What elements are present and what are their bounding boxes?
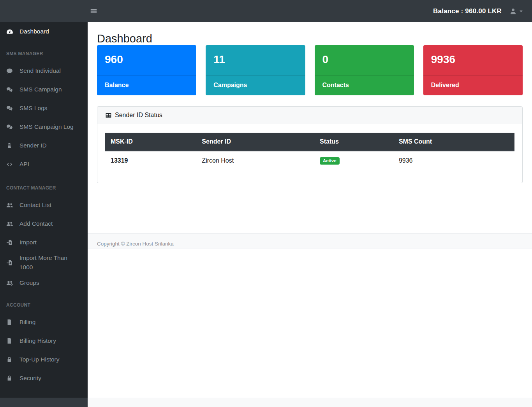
- sidebar-item-label: SMS Campaign: [19, 85, 81, 94]
- sidebar-item-label: Add Contact: [19, 219, 81, 228]
- comments-icon: [6, 124, 16, 130]
- sidebar-item-label: API: [19, 160, 81, 169]
- table-header-row: MSK-ID Sender ID Status SMS Count: [105, 133, 514, 151]
- stat-card-balance: 960 Balance: [97, 45, 196, 95]
- stat-card-contacts: 0 Contacts: [315, 45, 414, 95]
- users-icon: [6, 220, 16, 227]
- footer: Copyright © Zircon Host Srilanka: [88, 233, 532, 249]
- sidebar-item-label: Contact List: [19, 200, 81, 210]
- users-gear-icon: [6, 279, 16, 286]
- sidebar-item-label: SMS Campaign Log: [19, 122, 81, 132]
- panel-header: Sender ID Status: [97, 107, 522, 124]
- page-title: Dashboard: [97, 32, 523, 45]
- stat-value: 11: [206, 45, 305, 75]
- panel-title: Sender ID Status: [115, 112, 162, 119]
- status-badge: Active: [320, 157, 340, 165]
- sidebar-item-sms-logs[interactable]: SMS Logs: [0, 99, 88, 118]
- sidebar-item-api[interactable]: API: [0, 155, 88, 174]
- panel-body: MSK-ID Sender ID Status SMS Count 13319 …: [97, 124, 522, 183]
- stat-value: 9936: [423, 45, 523, 75]
- stat-label: Campaigns: [206, 75, 305, 95]
- comment-icon: [6, 68, 16, 74]
- main-content: Dashboard 960 Balance 11 Campaigns 0 Con…: [88, 22, 532, 407]
- cell-status: Active: [314, 151, 393, 170]
- sidebar-nav: Dashboard SMS MANAGER Send Individual SM…: [0, 22, 88, 398]
- stat-card-delivered: 9936 Delivered: [423, 45, 523, 95]
- lock-icon: [6, 356, 16, 363]
- sidebar-item-add-contact[interactable]: Add Contact: [0, 214, 88, 233]
- sidebar-item-sms-campaign[interactable]: SMS Campaign: [0, 80, 88, 99]
- sidebar-section-sms-manager: SMS MANAGER: [0, 41, 88, 61]
- sidebar-item-label: Security: [19, 374, 81, 383]
- sidebar-item-sms-campaign-log[interactable]: SMS Campaign Log: [0, 118, 88, 136]
- sidebar-item-label: Billing History: [19, 336, 81, 346]
- file-import-icon: [6, 239, 16, 246]
- top-navbar: Balance : 960.00 LKR: [0, 0, 532, 22]
- sidebar-item-import[interactable]: Import: [0, 233, 88, 252]
- file-import-icon: [6, 260, 16, 266]
- sidebar-section-contact-manager: CONTACT MANAGER: [0, 174, 88, 196]
- sidebar-item-label: Billing: [19, 318, 81, 327]
- stat-label: Balance: [97, 75, 196, 95]
- cell-sms-count: 9936: [393, 151, 514, 170]
- caret-down-icon: [519, 9, 523, 14]
- sidebar-item-label: Dashboard: [19, 27, 81, 36]
- users-icon: [6, 202, 16, 209]
- table-icon: [105, 112, 112, 119]
- sidebar-item-contact-list[interactable]: Contact List: [0, 196, 88, 214]
- sidebar-bottom-strip: [0, 398, 88, 407]
- sidebar-toggle-button[interactable]: [87, 4, 100, 18]
- sidebar-item-import-more-than-1000[interactable]: Import More Than 1000: [0, 252, 88, 274]
- column-header-sms-count: SMS Count: [393, 133, 514, 151]
- column-header-sender-id: Sender ID: [196, 133, 314, 151]
- code-icon: [6, 161, 16, 168]
- sidebar-item-dashboard[interactable]: Dashboard: [0, 22, 88, 41]
- user-icon: [509, 7, 517, 15]
- sidebar-item-groups[interactable]: Groups: [0, 274, 88, 292]
- stat-card-campaigns: 11 Campaigns: [206, 45, 305, 95]
- sidebar-item-security[interactable]: Security: [0, 369, 88, 388]
- user-secret-icon: [6, 142, 16, 149]
- column-header-status: Status: [314, 133, 393, 151]
- sidebar-item-label: Import: [19, 238, 81, 247]
- sidebar-item-send-individual[interactable]: Send Individual: [0, 61, 88, 80]
- table-row: 13319 Zircon Host Active 9936: [105, 151, 514, 170]
- sidebar-item-billing[interactable]: Billing: [0, 313, 88, 332]
- copyright-text: Copyright © Zircon Host Srilanka: [97, 241, 174, 247]
- tachometer-icon: [6, 28, 16, 35]
- content-bottom-strip: [88, 398, 532, 407]
- file-invoice-dollar-icon: [6, 338, 16, 344]
- sidebar-item-sender-id[interactable]: Sender ID: [0, 136, 88, 155]
- file-invoice-dollar-icon: [6, 319, 16, 325]
- user-menu-button[interactable]: [506, 6, 527, 16]
- stat-cards-row: 960 Balance 11 Campaigns 0 Contacts 9936…: [97, 45, 523, 95]
- sidebar-item-label: Send Individual: [19, 66, 81, 75]
- sender-id-table: MSK-ID Sender ID Status SMS Count 13319 …: [105, 133, 514, 170]
- sidebar-item-billing-history[interactable]: Billing History: [0, 332, 88, 350]
- sidebar-item-label: Top-Up History: [19, 355, 81, 364]
- stat-value: 0: [315, 45, 414, 75]
- bars-icon: [90, 7, 97, 15]
- cell-sender-id: Zircon Host: [196, 151, 314, 170]
- cell-msk-id: 13319: [105, 151, 196, 170]
- sender-id-status-panel: Sender ID Status MSK-ID Sender ID Status…: [97, 106, 523, 183]
- app-window: Balance : 960.00 LKR Dashboard SMS MANAG…: [0, 0, 532, 407]
- sidebar-section-account: ACCOUNT: [0, 292, 88, 313]
- sidebar-item-top-up-history[interactable]: Top-Up History: [0, 350, 88, 369]
- sidebar-item-label: SMS Logs: [19, 104, 81, 113]
- sidebar: Dashboard SMS MANAGER Send Individual SM…: [0, 22, 88, 407]
- stat-value: 960: [97, 45, 196, 75]
- stat-label: Delivered: [423, 75, 523, 95]
- sidebar-item-label: Sender ID: [19, 141, 81, 150]
- comments-icon: [6, 86, 16, 93]
- balance-label: Balance : 960.00 LKR: [433, 7, 502, 15]
- column-header-msk-id: MSK-ID: [105, 133, 196, 151]
- lock-icon: [6, 375, 16, 381]
- sidebar-item-label: Import More Than 1000: [19, 253, 81, 272]
- sidebar-item-label: Groups: [19, 278, 81, 288]
- stat-label: Contacts: [315, 75, 414, 95]
- comments-icon: [6, 105, 16, 112]
